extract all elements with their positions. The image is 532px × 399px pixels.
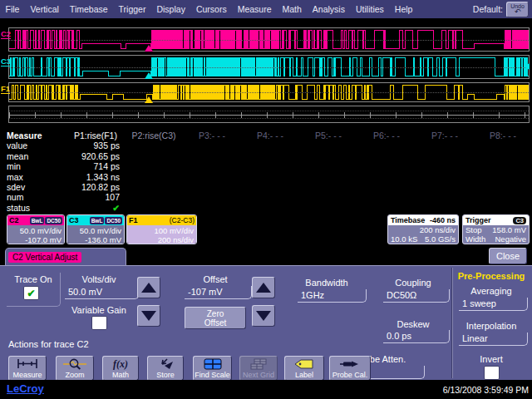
volts-div-label: Volts/div <box>63 274 135 284</box>
measure-table: Measure P1:rise(F1) P2:rise(C3) P3:- - -… <box>0 131 532 213</box>
timebase-title: Timebase <box>391 216 425 224</box>
timebase-grid-strip[interactable] <box>8 106 530 123</box>
measure-col-p2[interactable]: P2:rise(C3) <box>125 131 183 140</box>
measure-action-button[interactable]: Measure <box>8 356 47 381</box>
row-value: 935 ps <box>66 140 125 150</box>
menu-timebase[interactable]: Timebase <box>64 4 113 14</box>
row-label: max <box>0 172 66 182</box>
menu-analysis[interactable]: Analysis <box>307 4 350 14</box>
trigger-position-marker-c3[interactable] <box>145 72 153 79</box>
coupling-field[interactable]: DC50Ω <box>383 289 450 303</box>
grid-strip-f1[interactable] <box>8 82 530 102</box>
measure-col-p8[interactable]: P8:- - - <box>474 131 532 140</box>
menu-file[interactable]: File <box>0 4 25 14</box>
measure-col-p7[interactable]: P7:- - - <box>416 131 474 140</box>
averaging-field[interactable]: 1 sweep <box>459 298 528 311</box>
f1-timescale: 200 ns/div <box>127 235 194 244</box>
grid-strip-c2[interactable] <box>8 27 530 52</box>
offset-label: Offset <box>181 274 249 284</box>
undo-button[interactable]: Undo ↶ <box>506 2 529 17</box>
zero-offset-label-1: Zero <box>207 309 224 318</box>
measure-row-status: status ✔ <box>0 203 532 213</box>
action-label: Next Grid <box>240 371 277 380</box>
measure-col-p3[interactable]: P3:- - - <box>183 131 241 140</box>
measure-row-min: min 714 ps <box>0 161 532 171</box>
trigger-level: 158.0 mV <box>492 225 526 234</box>
row-label: status <box>0 203 66 213</box>
menu-vertical[interactable]: Vertical <box>25 4 64 14</box>
volts-up-button[interactable] <box>137 277 160 298</box>
probe-cal-icon <box>330 358 370 371</box>
measure-col-p6[interactable]: P6:- - - <box>357 131 416 140</box>
deskew-field[interactable]: 0.0 ps <box>383 330 450 343</box>
coupling-label: Coupling <box>376 278 451 288</box>
c2-scale: 50.0 mV/div <box>7 226 62 235</box>
volts-div-field[interactable]: 50.0 mV <box>65 286 139 299</box>
tab-label: C2 Vertical Adjust <box>8 252 81 263</box>
math-action-button[interactable]: f(x) Math <box>102 356 139 381</box>
store-action-button[interactable]: Store <box>147 356 184 381</box>
f1-source: (C2-C3) <box>170 216 195 224</box>
timebase-delay: -460 ns <box>430 216 456 224</box>
bandwidth-field[interactable]: 1GHz <box>298 289 367 303</box>
invert-checkbox[interactable] <box>484 366 500 380</box>
menu-cursors[interactable]: Cursors <box>190 4 232 14</box>
menu-math[interactable]: Math <box>277 4 307 14</box>
menu-trigger[interactable]: Trigger <box>113 4 151 14</box>
row-label: num <box>0 192 66 202</box>
zero-offset-button[interactable]: Zero Offset <box>185 307 246 329</box>
action-label: Label <box>285 371 323 380</box>
label-action-button[interactable]: Label <box>284 356 324 381</box>
measure-col-p4[interactable]: P4:- - - <box>241 131 299 140</box>
f1-trace-label[interactable]: F1 <box>1 85 10 94</box>
f1-descriptor-box[interactable]: F1 (C2-C3) 100 mV/div 200 ns/div <box>126 214 197 244</box>
find-scale-action-button[interactable]: Find Scale <box>193 356 232 381</box>
status-bar: LeCroy 6/13/2008 3:59:49 PM <box>0 380 532 399</box>
measure-col-p1[interactable]: P1:rise(F1) <box>66 131 125 140</box>
measure-col-p5[interactable]: P5:- - - <box>299 131 357 140</box>
offset-up-button[interactable] <box>252 277 275 298</box>
action-label: Zoom <box>57 371 93 380</box>
row-label: sdev <box>0 182 66 192</box>
grid-strip-c3[interactable] <box>8 55 530 79</box>
math-icon: f(x) <box>103 358 138 371</box>
timebase-scale: 200 ns/div <box>420 225 456 234</box>
variable-gain-checkbox[interactable] <box>91 316 107 330</box>
menu-utilities[interactable]: Utilities <box>350 4 389 14</box>
trigger-position-marker-f1[interactable] <box>145 96 153 103</box>
action-label: Measure <box>9 371 46 380</box>
preprocessing-divider <box>451 268 453 378</box>
tab-c2-vertical-adjust[interactable]: C2 Vertical Adjust <box>5 248 126 265</box>
c2-trace-label[interactable]: C2 <box>1 30 11 39</box>
trace-on-checkbox[interactable]: ✔ <box>23 286 39 300</box>
label-icon <box>285 358 323 371</box>
measure-row-max: max 1.343 ns <box>0 172 532 182</box>
f1-scale: 100 mV/div <box>127 226 194 235</box>
averaging-label: Averaging <box>456 286 527 296</box>
volts-down-button[interactable] <box>137 305 160 327</box>
c3-trace-label[interactable]: C3 <box>1 57 11 66</box>
dialog-tab-bar: C2 Vertical Adjust Close <box>0 247 532 265</box>
menu-display[interactable]: Display <box>151 4 190 14</box>
trigger-position-marker-c2[interactable] <box>145 45 153 52</box>
default-label: Default: <box>473 4 503 14</box>
trigger-box[interactable]: Trigger C3 Stop 158.0 mV Width Negative <box>462 214 530 244</box>
c3-descriptor-box[interactable]: C3 BwL DC50 50.0 mV/div -136.0 mV <box>66 214 125 244</box>
f1-id: F1 <box>129 216 138 224</box>
menu-help[interactable]: Help <box>389 4 418 14</box>
probe-cal-action-button[interactable]: Probe Cal. <box>329 356 371 381</box>
c2-descriptor-box[interactable]: C2 BwL DC50 50.0 mV/div -107.0 mV <box>7 214 65 244</box>
menu-measure[interactable]: Measure <box>232 4 277 14</box>
trigger-level-arrow-c3[interactable] <box>524 63 530 70</box>
interpolation-field[interactable]: Linear <box>459 332 528 346</box>
zoom-action-button[interactable]: Zoom <box>56 356 94 381</box>
down-arrow-icon <box>256 311 271 321</box>
timebase-box[interactable]: Timebase -460 ns 200 ns/div 10.0 kS 5.0 … <box>387 214 459 244</box>
invert-label: Invert <box>460 354 523 364</box>
trigger-source-badge: C3 <box>513 217 526 224</box>
next-grid-action-button[interactable]: Next Grid <box>239 356 278 381</box>
variable-gain-label: Variable Gain <box>63 305 135 315</box>
offset-field[interactable]: -107 mV <box>185 286 252 299</box>
offset-down-button[interactable] <box>252 305 275 327</box>
close-button[interactable]: Close <box>489 248 527 264</box>
